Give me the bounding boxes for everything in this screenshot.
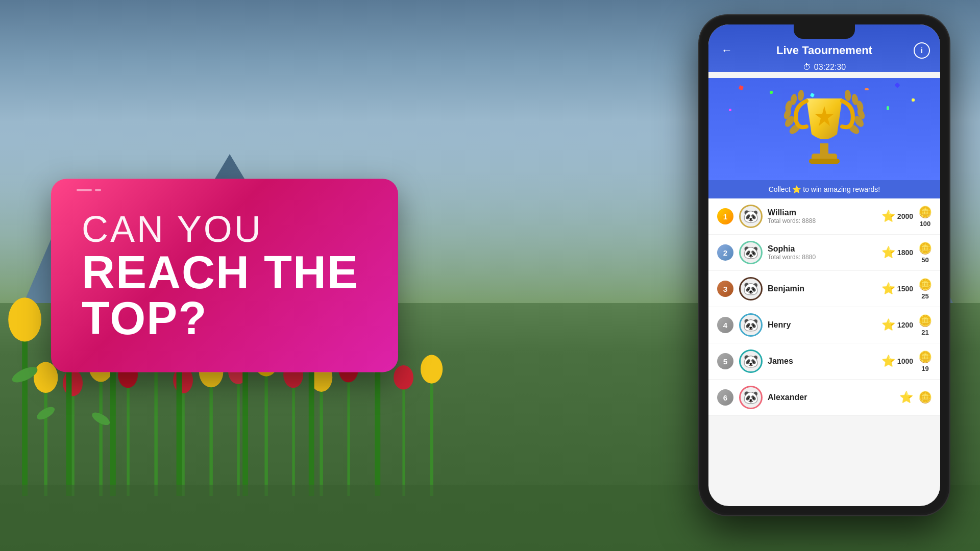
coins-value: 19 (921, 365, 928, 372)
coins-display: 🪙 25 (918, 278, 932, 300)
star-icon: ⭐ (881, 282, 895, 295)
coins-icon: 🪙 (918, 206, 932, 219)
player-score: ⭐ 1000 (881, 355, 913, 368)
svg-point-72 (844, 90, 851, 102)
player-score: ⭐ (899, 391, 913, 404)
star-icon: ⭐ (881, 246, 895, 259)
rank-badge-4: 4 (717, 315, 734, 335)
deco-line-2 (95, 189, 101, 191)
score-value: 1800 (897, 248, 913, 257)
player-score: ⭐ 1800 (881, 246, 913, 259)
table-row: 2 🐼 Sophia Total words: 8880 ⭐ 1800 (708, 235, 940, 271)
avatar: 🐼 (739, 277, 763, 300)
score-value: 1200 (897, 321, 913, 329)
star-score: ⭐ 2000 (881, 210, 913, 223)
player-info: Sophia Total words: 8880 (768, 244, 876, 261)
coins-value: 25 (921, 292, 928, 300)
rank-badge-1: 1 (717, 206, 734, 227)
rank-number-5: 5 (717, 353, 733, 369)
svg-point-66 (797, 90, 804, 102)
confetti-3 (894, 82, 900, 88)
player-name: Henry (768, 320, 876, 330)
player-name: Benjamin (768, 284, 876, 293)
coins-value: 100 (920, 220, 931, 228)
score-value: 1000 (897, 357, 913, 365)
phone-screen: ← Live Taournement i ⏱ 03:22:30 (708, 24, 940, 506)
info-icon: i (921, 46, 923, 55)
player-name: James (768, 357, 876, 366)
clock-icon: ⏱ (803, 63, 811, 72)
back-icon: ← (721, 44, 732, 57)
phone-notch (794, 24, 855, 39)
player-score: ⭐ 1500 (881, 282, 913, 295)
coins-icon: 🪙 (918, 314, 932, 328)
rank-badge-3: 3 (717, 279, 734, 299)
player-info: Benjamin (768, 284, 876, 293)
star-score: ⭐ 1800 (881, 246, 913, 259)
promo-line1: CAN YOU (82, 209, 368, 249)
avatar: 🐼 (739, 313, 763, 337)
coins-icon: 🪙 (918, 350, 932, 364)
rank-number-1: 1 (717, 208, 733, 224)
star-score: ⭐ 1200 (881, 318, 913, 332)
collect-text: Collect ⭐ to win amazing rewards! (769, 185, 880, 193)
avatar: 🐼 (739, 386, 763, 409)
star-icon: ⭐ (881, 355, 895, 368)
player-name: Alexander (768, 393, 894, 402)
star-icon: ⭐ (881, 318, 895, 332)
confetti-8 (887, 106, 889, 110)
player-info: William Total words: 8888 (768, 208, 876, 224)
player-score: ⭐ 2000 (881, 210, 913, 223)
coins-icon: 🪙 (918, 242, 932, 255)
rank-badge-6: 6 (717, 387, 734, 408)
promo-line3: TOP? (82, 296, 368, 342)
confetti-5 (729, 109, 731, 111)
back-button[interactable]: ← (719, 42, 735, 59)
coins-display: 🪙 (918, 391, 932, 404)
promo-line2: REACH THE (82, 250, 368, 296)
svg-rect-74 (820, 143, 828, 155)
rank-number-6: 6 (717, 389, 733, 406)
svg-rect-76 (809, 159, 840, 164)
score-value: 1500 (897, 285, 913, 293)
phone-container: ← Live Taournement i ⏱ 03:22:30 (699, 15, 949, 515)
coins-display: 🪙 19 (918, 350, 932, 372)
timer-value: 03:22:30 (814, 63, 846, 72)
rank-number-2: 2 (717, 244, 733, 261)
star-icon: ⭐ (899, 391, 913, 404)
table-row: 4 🐼 Henry ⭐ 1200 🪙 21 (708, 307, 940, 343)
player-info: James (768, 357, 876, 366)
star-score: ⭐ 1000 (881, 355, 913, 368)
table-row: 6 🐼 Alexander ⭐ 🪙 (708, 380, 940, 416)
promo-banner: CAN YOU REACH THE TOP? (51, 179, 398, 372)
star-score: ⭐ (899, 391, 913, 404)
player-words: Total words: 8880 (768, 254, 876, 261)
confetti-2 (770, 91, 773, 94)
avatar: 🐼 (739, 349, 763, 373)
rank-badge-2: 2 (717, 242, 734, 263)
rank-number-3: 3 (717, 281, 733, 297)
app-title: Live Taournement (735, 44, 914, 57)
coins-display: 🪙 100 (918, 206, 932, 228)
avatar: 🐼 (739, 241, 763, 264)
leaderboard: 1 🐼 William Total words: 8888 ⭐ 2000 (708, 198, 940, 416)
star-icon: ⭐ (881, 210, 895, 223)
phone-frame: ← Live Taournement i ⏱ 03:22:30 (699, 15, 949, 515)
coins-value: 21 (921, 329, 928, 336)
rank-number-4: 4 (717, 317, 733, 333)
coins-display: 🪙 50 (918, 242, 932, 264)
table-row: 1 🐼 William Total words: 8888 ⭐ 2000 (708, 198, 940, 235)
coins-icon: 🪙 (918, 391, 932, 404)
avatar: 🐼 (739, 205, 763, 228)
table-row: 3 🐼 Benjamin ⭐ 1500 🪙 25 (708, 271, 940, 307)
collect-banner: Collect ⭐ to win amazing rewards! (708, 180, 940, 198)
confetti-1 (739, 85, 744, 90)
player-score: ⭐ 1200 (881, 318, 913, 332)
deco-line-1 (77, 189, 92, 191)
player-name: Sophia (768, 244, 876, 254)
trophy-icon (778, 88, 870, 170)
info-button[interactable]: i (914, 42, 930, 59)
coins-value: 50 (921, 256, 928, 264)
coins-icon: 🪙 (918, 278, 932, 291)
player-info: Henry (768, 320, 876, 330)
